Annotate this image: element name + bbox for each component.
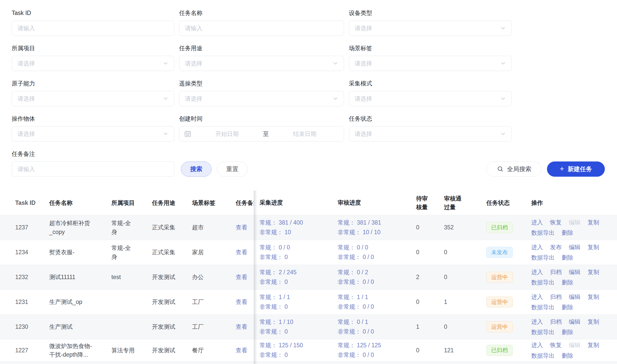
scene-tag-select[interactable]: 请选择 bbox=[349, 56, 512, 71]
action-data-export[interactable]: 数据导出 bbox=[531, 328, 555, 336]
filter-label: 原子能力 bbox=[12, 80, 174, 87]
end-date-input[interactable]: 结束日期 bbox=[270, 130, 339, 138]
reset-button[interactable]: 重置 bbox=[217, 161, 248, 177]
action-edit[interactable]: 编辑 bbox=[569, 293, 580, 301]
device-type-select[interactable]: 请选择 bbox=[349, 21, 512, 36]
action-copy[interactable]: 复制 bbox=[588, 293, 599, 301]
cell-remark: 查看 bbox=[236, 323, 254, 331]
action-data-export[interactable]: 数据导出 bbox=[531, 229, 555, 237]
teleop-type-select[interactable]: 请选择 bbox=[179, 91, 344, 106]
action-enter[interactable]: 进入 bbox=[531, 318, 543, 326]
task-id-input[interactable]: 请输入 bbox=[12, 21, 174, 36]
cell-pending-review: 0 bbox=[414, 224, 442, 231]
action-archive[interactable]: 归档 bbox=[550, 318, 562, 326]
action-data-export[interactable]: 数据导出 bbox=[531, 278, 555, 286]
table-row: 1234 熨烫衣服- 常规-全身 正式采集 家居 查看 常规： 0 / 0非常规… bbox=[0, 240, 617, 265]
cell-task-name: 测试11111 bbox=[49, 273, 111, 282]
action-copy[interactable]: 复制 bbox=[588, 341, 599, 349]
action-restore[interactable]: 恢复 bbox=[550, 218, 562, 226]
action-enter[interactable]: 进入 bbox=[531, 293, 543, 301]
table-row: 1232 测试11111 test 开发测试 办公 查看 常规： 2 / 245… bbox=[0, 265, 617, 289]
filter-label: Task ID bbox=[12, 10, 174, 16]
task-remark-input[interactable]: 请输入 bbox=[12, 161, 174, 177]
cell-remark: 查看 bbox=[236, 298, 254, 306]
action-copy[interactable]: 复制 bbox=[588, 243, 599, 251]
cell-operations: 进入 恢复 编辑 复制 数据导出 删除 bbox=[520, 341, 617, 359]
filter-atomic-ability: 原子能力 请选择 bbox=[12, 80, 174, 106]
col-status: 任务状态 bbox=[475, 199, 520, 207]
view-remark-link[interactable]: 查看 bbox=[236, 249, 247, 256]
create-time-range-picker[interactable]: 开始日期 至 结束日期 bbox=[179, 126, 344, 141]
cell-status: 已归档 bbox=[475, 222, 520, 233]
cell-purpose: 开发测试 bbox=[152, 323, 192, 331]
view-remark-link[interactable]: 查看 bbox=[236, 274, 247, 280]
cell-project: test bbox=[111, 273, 152, 282]
chevron-down-icon bbox=[332, 60, 339, 67]
cell-operations: 进入 归档 编辑 复制 数据导出 删除 bbox=[520, 318, 617, 336]
project-select[interactable]: 请选择 bbox=[12, 56, 174, 71]
atomic-ability-select[interactable]: 请选择 bbox=[12, 91, 174, 106]
action-restore[interactable]: 恢复 bbox=[550, 341, 562, 349]
filter-label: 遥操类型 bbox=[179, 80, 344, 87]
new-task-button[interactable]: + 新建任务 bbox=[547, 161, 605, 177]
view-remark-link[interactable]: 查看 bbox=[236, 347, 247, 354]
cell-project: 算法专用 bbox=[111, 346, 152, 355]
status-badge: 运营中 bbox=[486, 321, 513, 333]
action-data-export[interactable]: 数据导出 bbox=[531, 303, 555, 311]
action-delete[interactable]: 删除 bbox=[562, 253, 573, 262]
action-archive[interactable]: 归档 bbox=[550, 268, 562, 276]
cell-status: 已归档 bbox=[475, 345, 520, 356]
cell-task-id: 1234 bbox=[0, 249, 49, 256]
action-data-export[interactable]: 数据导出 bbox=[531, 253, 555, 262]
action-edit[interactable]: 编辑 bbox=[569, 243, 580, 251]
action-edit[interactable]: 编辑 bbox=[569, 318, 580, 326]
action-copy[interactable]: 复制 bbox=[588, 318, 599, 326]
filter-label: 所属项目 bbox=[12, 45, 174, 52]
cell-task-name: 生产测试 bbox=[49, 322, 111, 331]
action-enter[interactable]: 进入 bbox=[531, 218, 543, 226]
chevron-down-icon bbox=[162, 60, 169, 67]
view-remark-link[interactable]: 查看 bbox=[236, 224, 247, 231]
filter-create-time: 创建时间 开始日期 至 结束日期 bbox=[179, 115, 344, 141]
chevron-down-icon bbox=[500, 60, 506, 67]
status-badge: 已归档 bbox=[486, 345, 513, 356]
cell-purpose: 正式采集 bbox=[152, 224, 192, 231]
action-data-export[interactable]: 数据导出 bbox=[531, 352, 555, 360]
search-button[interactable]: 搜索 bbox=[181, 161, 212, 177]
action-delete[interactable]: 删除 bbox=[562, 278, 573, 286]
view-remark-link[interactable]: 查看 bbox=[236, 299, 247, 305]
task-purpose-select[interactable]: 请选择 bbox=[179, 56, 344, 71]
action-publish[interactable]: 发布 bbox=[550, 243, 562, 251]
action-edit[interactable]: 编辑 bbox=[569, 268, 580, 276]
collect-mode-select[interactable]: 请选择 bbox=[349, 91, 512, 106]
action-delete[interactable]: 删除 bbox=[562, 229, 573, 237]
action-enter[interactable]: 进入 bbox=[531, 268, 543, 276]
filter-project: 所属项目 请选择 bbox=[12, 45, 174, 71]
filter-label: 操作物体 bbox=[12, 115, 174, 122]
task-status-select[interactable]: 请选择 bbox=[349, 126, 512, 141]
col-purpose: 任务用途 bbox=[152, 199, 192, 207]
action-delete[interactable]: 删除 bbox=[562, 328, 573, 336]
action-copy[interactable]: 复制 bbox=[588, 218, 599, 226]
action-enter[interactable]: 进入 bbox=[531, 243, 543, 251]
table-row: 1231 生产测试_op 开发测试 工厂 查看 常规： 1 / 1非常规： 0 … bbox=[0, 289, 617, 314]
global-search-label: 全局搜索 bbox=[507, 165, 532, 173]
filter-label: 任务名称 bbox=[179, 10, 344, 16]
status-badge: 未发布 bbox=[486, 247, 513, 258]
operate-object-select[interactable]: 请选择 bbox=[12, 126, 174, 141]
action-delete[interactable]: 删除 bbox=[562, 352, 573, 360]
global-search-button[interactable]: 全局搜索 bbox=[486, 161, 542, 177]
cell-status: 未发布 bbox=[475, 247, 520, 258]
start-date-input[interactable]: 开始日期 bbox=[193, 130, 262, 138]
action-enter[interactable]: 进入 bbox=[531, 341, 543, 349]
action-copy[interactable]: 复制 bbox=[588, 268, 599, 276]
action-delete[interactable]: 删除 bbox=[562, 303, 573, 311]
task-name-input[interactable]: 请输入 bbox=[179, 21, 344, 36]
cell-approved: 352 bbox=[442, 224, 475, 231]
new-task-label: 新建任务 bbox=[568, 165, 592, 173]
view-remark-link[interactable]: 查看 bbox=[236, 323, 247, 330]
action-archive[interactable]: 归档 bbox=[550, 293, 562, 301]
filter-task-purpose: 任务用途 请选择 bbox=[179, 45, 344, 71]
cell-scene: 工厂 bbox=[192, 323, 236, 331]
cell-scene: 超市 bbox=[192, 224, 236, 231]
